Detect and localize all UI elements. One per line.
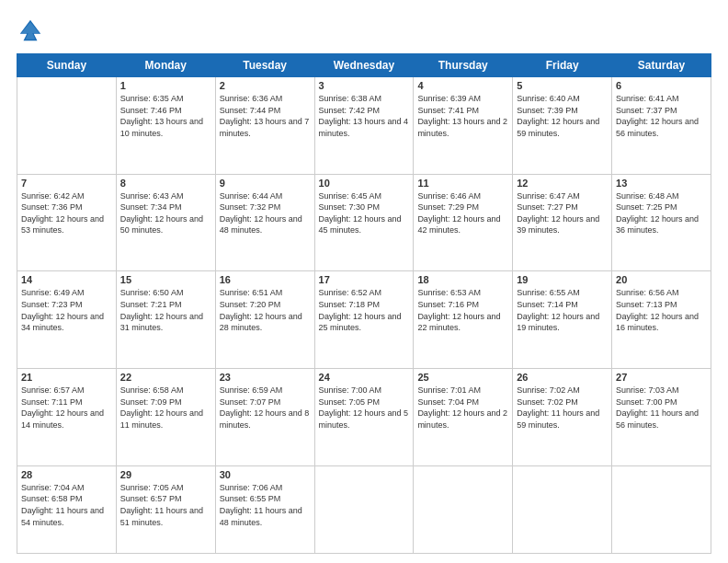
day-number: 18 [417, 274, 508, 285]
day-header-sunday: Sunday [17, 54, 117, 77]
calendar-cell: 20Sunrise: 6:56 AMSunset: 7:13 PMDayligh… [612, 271, 711, 369]
day-number: 20 [616, 274, 707, 285]
day-info: Sunrise: 6:42 AMSunset: 7:36 PMDaylight:… [21, 190, 112, 236]
calendar-cell: 23Sunrise: 6:59 AMSunset: 7:07 PMDayligh… [215, 369, 314, 466]
day-info: Sunrise: 6:40 AMSunset: 7:39 PMDaylight:… [517, 93, 608, 139]
day-number: 9 [220, 178, 311, 189]
day-number: 19 [517, 274, 608, 285]
calendar-cell: 21Sunrise: 6:57 AMSunset: 7:11 PMDayligh… [17, 369, 117, 466]
day-info: Sunrise: 6:48 AMSunset: 7:25 PMDaylight:… [616, 190, 707, 236]
day-number: 17 [319, 274, 410, 285]
calendar-cell: 13Sunrise: 6:48 AMSunset: 7:25 PMDayligh… [612, 174, 711, 271]
day-number: 14 [21, 274, 112, 285]
day-header-thursday: Thursday [414, 54, 513, 77]
header [17, 17, 711, 44]
week-row-3: 14Sunrise: 6:49 AMSunset: 7:23 PMDayligh… [17, 271, 711, 369]
day-number: 3 [319, 80, 410, 91]
calendar-cell [414, 465, 513, 553]
calendar-cell [612, 465, 711, 553]
calendar-cell [17, 77, 117, 175]
day-number: 23 [220, 372, 311, 383]
day-header-monday: Monday [116, 54, 215, 77]
calendar-cell: 5Sunrise: 6:40 AMSunset: 7:39 PMDaylight… [513, 77, 612, 175]
week-row-2: 7Sunrise: 6:42 AMSunset: 7:36 PMDaylight… [17, 174, 711, 271]
day-header-saturday: Saturday [612, 54, 711, 77]
calendar-cell: 2Sunrise: 6:36 AMSunset: 7:44 PMDaylight… [215, 77, 314, 175]
calendar-cell: 10Sunrise: 6:45 AMSunset: 7:30 PMDayligh… [314, 174, 414, 271]
day-info: Sunrise: 6:41 AMSunset: 7:37 PMDaylight:… [616, 93, 707, 139]
day-info: Sunrise: 7:06 AMSunset: 6:55 PMDaylight:… [220, 482, 311, 528]
calendar-cell: 18Sunrise: 6:53 AMSunset: 7:16 PMDayligh… [414, 271, 513, 369]
calendar-cell: 8Sunrise: 6:43 AMSunset: 7:34 PMDaylight… [116, 174, 215, 271]
day-info: Sunrise: 6:43 AMSunset: 7:34 PMDaylight:… [120, 190, 211, 236]
day-info: Sunrise: 6:36 AMSunset: 7:44 PMDaylight:… [220, 93, 311, 139]
day-info: Sunrise: 7:01 AMSunset: 7:04 PMDaylight:… [417, 385, 508, 431]
day-number: 22 [120, 372, 211, 383]
calendar-cell: 29Sunrise: 7:05 AMSunset: 6:57 PMDayligh… [116, 465, 215, 553]
day-number: 21 [21, 372, 112, 383]
day-info: Sunrise: 6:50 AMSunset: 7:21 PMDaylight:… [120, 287, 211, 333]
day-number: 8 [120, 178, 211, 189]
calendar-cell: 17Sunrise: 6:52 AMSunset: 7:18 PMDayligh… [314, 271, 414, 369]
day-number: 26 [517, 372, 608, 383]
day-number: 15 [120, 274, 211, 285]
day-info: Sunrise: 6:59 AMSunset: 7:07 PMDaylight:… [220, 385, 311, 431]
day-number: 4 [417, 80, 508, 91]
calendar-cell [513, 465, 612, 553]
day-number: 25 [417, 372, 508, 383]
day-number: 5 [517, 80, 608, 91]
calendar: SundayMondayTuesdayWednesdayThursdayFrid… [17, 53, 711, 554]
svg-marker-1 [21, 22, 40, 40]
day-number: 28 [21, 469, 112, 480]
day-number: 16 [220, 274, 311, 285]
day-header-tuesday: Tuesday [215, 54, 314, 77]
day-number: 29 [120, 469, 211, 480]
day-number: 13 [616, 178, 707, 189]
day-info: Sunrise: 6:51 AMSunset: 7:20 PMDaylight:… [220, 287, 311, 333]
day-number: 6 [616, 80, 707, 91]
calendar-cell: 30Sunrise: 7:06 AMSunset: 6:55 PMDayligh… [215, 465, 314, 553]
day-header-wednesday: Wednesday [314, 54, 414, 77]
day-info: Sunrise: 7:05 AMSunset: 6:57 PMDaylight:… [120, 482, 211, 528]
calendar-cell: 1Sunrise: 6:35 AMSunset: 7:46 PMDaylight… [116, 77, 215, 175]
day-info: Sunrise: 6:49 AMSunset: 7:23 PMDaylight:… [21, 287, 112, 333]
day-info: Sunrise: 6:39 AMSunset: 7:41 PMDaylight:… [417, 93, 508, 139]
day-info: Sunrise: 6:55 AMSunset: 7:14 PMDaylight:… [517, 287, 608, 333]
calendar-cell: 25Sunrise: 7:01 AMSunset: 7:04 PMDayligh… [414, 369, 513, 466]
day-info: Sunrise: 6:57 AMSunset: 7:11 PMDaylight:… [21, 385, 112, 431]
week-row-1: 1Sunrise: 6:35 AMSunset: 7:46 PMDaylight… [17, 77, 711, 175]
calendar-cell: 16Sunrise: 6:51 AMSunset: 7:20 PMDayligh… [215, 271, 314, 369]
calendar-cell: 12Sunrise: 6:47 AMSunset: 7:27 PMDayligh… [513, 174, 612, 271]
day-number: 24 [319, 372, 410, 383]
calendar-cell: 11Sunrise: 6:46 AMSunset: 7:29 PMDayligh… [414, 174, 513, 271]
day-number: 2 [220, 80, 311, 91]
day-info: Sunrise: 6:53 AMSunset: 7:16 PMDaylight:… [417, 287, 508, 333]
calendar-cell: 9Sunrise: 6:44 AMSunset: 7:32 PMDaylight… [215, 174, 314, 271]
day-number: 1 [120, 80, 211, 91]
week-row-4: 21Sunrise: 6:57 AMSunset: 7:11 PMDayligh… [17, 369, 711, 466]
day-info: Sunrise: 6:44 AMSunset: 7:32 PMDaylight:… [220, 190, 311, 236]
calendar-cell: 19Sunrise: 6:55 AMSunset: 7:14 PMDayligh… [513, 271, 612, 369]
calendar-cell: 4Sunrise: 6:39 AMSunset: 7:41 PMDaylight… [414, 77, 513, 175]
calendar-cell: 27Sunrise: 7:03 AMSunset: 7:00 PMDayligh… [612, 369, 711, 466]
day-info: Sunrise: 6:56 AMSunset: 7:13 PMDaylight:… [616, 287, 707, 333]
calendar-cell: 6Sunrise: 6:41 AMSunset: 7:37 PMDaylight… [612, 77, 711, 175]
calendar-cell: 15Sunrise: 6:50 AMSunset: 7:21 PMDayligh… [116, 271, 215, 369]
day-number: 30 [220, 469, 311, 480]
day-info: Sunrise: 6:35 AMSunset: 7:46 PMDaylight:… [120, 93, 211, 139]
calendar-cell: 7Sunrise: 6:42 AMSunset: 7:36 PMDaylight… [17, 174, 117, 271]
calendar-cell: 22Sunrise: 6:58 AMSunset: 7:09 PMDayligh… [116, 369, 215, 466]
day-number: 10 [319, 178, 410, 189]
day-info: Sunrise: 6:45 AMSunset: 7:30 PMDaylight:… [319, 190, 410, 236]
calendar-cell: 26Sunrise: 7:02 AMSunset: 7:02 PMDayligh… [513, 369, 612, 466]
calendar-header-row: SundayMondayTuesdayWednesdayThursdayFrid… [17, 54, 711, 77]
calendar-cell: 24Sunrise: 7:00 AMSunset: 7:05 PMDayligh… [314, 369, 414, 466]
day-info: Sunrise: 7:00 AMSunset: 7:05 PMDaylight:… [319, 385, 410, 431]
day-info: Sunrise: 7:03 AMSunset: 7:00 PMDaylight:… [616, 385, 707, 431]
day-info: Sunrise: 6:38 AMSunset: 7:42 PMDaylight:… [319, 93, 410, 139]
day-number: 11 [417, 178, 508, 189]
day-info: Sunrise: 6:52 AMSunset: 7:18 PMDaylight:… [319, 287, 410, 333]
day-info: Sunrise: 6:58 AMSunset: 7:09 PMDaylight:… [120, 385, 211, 431]
day-info: Sunrise: 6:47 AMSunset: 7:27 PMDaylight:… [517, 190, 608, 236]
page: SundayMondayTuesdayWednesdayThursdayFrid… [0, 0, 728, 563]
